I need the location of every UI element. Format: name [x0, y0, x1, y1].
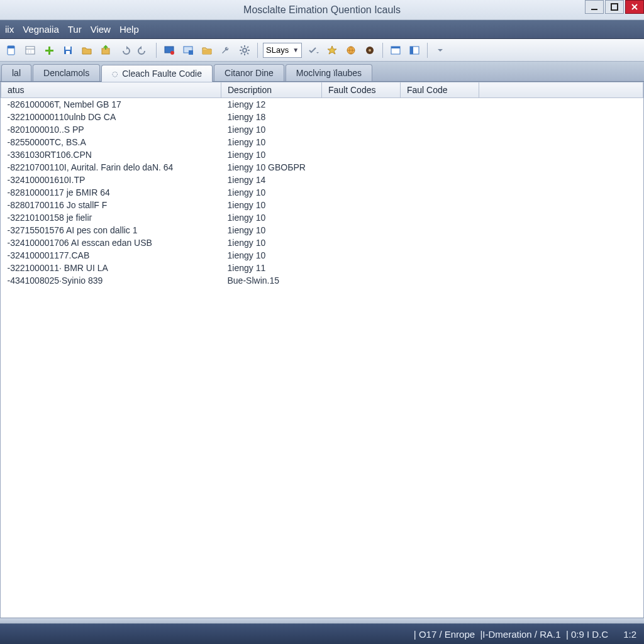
- screen1-button[interactable]: [162, 43, 177, 58]
- cell-blank: [479, 211, 643, 224]
- add-button[interactable]: [42, 43, 57, 58]
- column-header-description[interactable]: Description: [221, 82, 322, 98]
- statusbar: | O17 / Enrope |I-Dmeration / RA.1 | 0:9…: [0, 624, 644, 644]
- cell-d: [401, 174, 479, 186]
- table-row[interactable]: -826100006T, Nembel GB 171iengy 12: [1, 98, 643, 111]
- cell-c: [322, 211, 401, 224]
- menubar: iix Vegnaiia Tur View Help: [0, 20, 644, 39]
- undo-button[interactable]: [117, 43, 132, 58]
- menu-view[interactable]: View: [91, 24, 111, 35]
- gear-button[interactable]: [237, 43, 252, 58]
- tab-lal[interactable]: lal: [1, 64, 31, 81]
- cell-atus: -82210700110I, Aurital. Farin delo daN. …: [1, 161, 221, 174]
- svg-rect-14: [66, 51, 70, 54]
- svg-rect-13: [65, 47, 70, 50]
- table-row[interactable]: -82550000TC, BS.A1iengy 10: [1, 136, 643, 148]
- cell-desc: Bue-Slwin.15: [221, 274, 322, 287]
- cell-c: [322, 274, 401, 287]
- calendar-button[interactable]: [23, 43, 38, 58]
- new-doc-button[interactable]: [4, 43, 19, 58]
- star-button[interactable]: [325, 43, 340, 58]
- save-button[interactable]: [60, 43, 75, 58]
- table-row[interactable]: -322100000110ulnb DG CA1iengy 18: [1, 111, 643, 123]
- menu-vegnaiia[interactable]: Vegnaiia: [23, 24, 59, 35]
- cell-c: [322, 111, 401, 123]
- export-button[interactable]: [98, 43, 113, 58]
- column-header-atus[interactable]: atus: [1, 82, 221, 98]
- svg-rect-6: [26, 47, 35, 54]
- menu-iix[interactable]: iix: [5, 24, 14, 35]
- fault-codes-table: atusDescriptionFault CodesFaul Code -826…: [1, 82, 643, 287]
- column-header-blank: [479, 82, 643, 98]
- cell-desc: 1iengy 10: [221, 249, 322, 262]
- tab-label: Citanor Dine: [225, 68, 274, 78]
- layer-select[interactable]: SLays ▼: [263, 43, 302, 58]
- cell-desc: 1iengy 12: [221, 98, 322, 111]
- redo-button[interactable]: [136, 43, 151, 58]
- content-area: atusDescriptionFault CodesFaul Code -826…: [0, 82, 644, 618]
- table-row[interactable]: -324100001706 AI esscan edan USB1iengy 1…: [1, 236, 643, 249]
- globe-button[interactable]: [343, 43, 358, 58]
- check-dropdown-button[interactable]: [306, 43, 321, 58]
- cell-d: [401, 249, 479, 262]
- status-time: 1:2: [623, 629, 636, 640]
- svg-rect-19: [189, 50, 193, 55]
- cell-atus: -324100001706 AI esscan edan USB: [1, 236, 221, 249]
- cell-c: [322, 136, 401, 148]
- cell-atus: -3221000011· BMR UI LA: [1, 262, 221, 274]
- tab-cleach-faulte-codie[interactable]: ◌Cleach Faulte Codie: [101, 65, 213, 82]
- maximize-button[interactable]: [605, 0, 624, 14]
- status-region: | O17 / Enrope |I-Dmeration / RA.1 | 0:9…: [414, 629, 608, 640]
- cell-blank: [479, 123, 643, 136]
- column-header-faul-code[interactable]: Faul Code: [401, 82, 479, 98]
- wrench-button[interactable]: [218, 43, 233, 58]
- svg-line-26: [247, 53, 248, 54]
- disc-button[interactable]: [362, 43, 377, 58]
- tab-citanor-dine[interactable]: Citanor Dine: [214, 64, 284, 81]
- cell-blank: [479, 174, 643, 186]
- column-header-fault-codes[interactable]: Fault Codes: [322, 82, 401, 98]
- open-folder-button[interactable]: [199, 43, 214, 58]
- cell-c: [322, 199, 401, 211]
- chevron-down-icon: ▼: [292, 47, 299, 53]
- svg-rect-0: [591, 9, 597, 10]
- svg-rect-11: [45, 50, 53, 52]
- cell-atus: -8201000010..S PP: [1, 123, 221, 136]
- resize-strip[interactable]: [0, 618, 644, 624]
- table-row[interactable]: -82801700116 Jo stallF F1iengy 10: [1, 199, 643, 211]
- cell-desc: 1iengy 10: [221, 236, 322, 249]
- table-row[interactable]: -4341008025·Syinio 839Bue-Slwin.15: [1, 274, 643, 287]
- screen2-button[interactable]: [180, 43, 196, 58]
- table-row[interactable]: -82810000117 je БMIR 641iengy 10: [1, 186, 643, 199]
- window-controls: [584, 0, 644, 14]
- folder-button[interactable]: [79, 43, 94, 58]
- close-button[interactable]: [625, 0, 644, 14]
- table-row[interactable]: -32210100158 je fieliг1iengy 10: [1, 211, 643, 224]
- more-dropdown-button[interactable]: [433, 43, 448, 58]
- table-row[interactable]: -82210700110I, Aurital. Farin delo daN. …: [1, 161, 643, 174]
- panel1-button[interactable]: [388, 43, 403, 58]
- table-row[interactable]: -32715501576 AI pes con dallic 11iengy 1…: [1, 224, 643, 236]
- cell-atus: -82810000117 je БMIR 64: [1, 186, 221, 199]
- panel2-button[interactable]: [407, 43, 422, 58]
- table-row[interactable]: -8201000010..S PP1iengy 10: [1, 123, 643, 136]
- menu-help[interactable]: Help: [119, 24, 139, 35]
- refresh-icon: ◌: [112, 70, 118, 78]
- cell-d: [401, 262, 479, 274]
- minimize-button[interactable]: [585, 0, 604, 14]
- cell-atus: -3361030RT106.CPN: [1, 148, 221, 161]
- cell-blank: [479, 249, 643, 262]
- table-row[interactable]: -3221000011· BMR UI LA1iengy 11: [1, 262, 643, 274]
- table-row[interactable]: -324100001610I.TP1iengy 14: [1, 174, 643, 186]
- cell-c: [322, 262, 401, 274]
- menu-tur[interactable]: Tur: [68, 24, 82, 35]
- cell-blank: [479, 98, 643, 111]
- cell-c: [322, 249, 401, 262]
- tab-moclving-laubes[interactable]: Moclving ïlaubes: [286, 64, 372, 81]
- cell-d: [401, 123, 479, 136]
- cell-c: [322, 186, 401, 199]
- table-row[interactable]: -3361030RT106.CPN1iengy 10: [1, 148, 643, 161]
- table-row[interactable]: -324100001177.CAB1iengy 10: [1, 249, 643, 262]
- svg-rect-35: [410, 47, 413, 54]
- tab-denclamols[interactable]: Denclamols: [33, 64, 100, 81]
